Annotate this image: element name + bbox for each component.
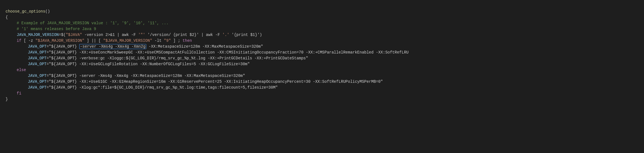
code-line: # Example of JAVA_MAJOR_VERSION value : … — [0, 20, 644, 26]
white-text: =$( — [59, 33, 66, 37]
line-content: # '1' means releases before Java 9 — [6, 26, 96, 32]
var-name-text: JAVA_OPT — [28, 85, 46, 90]
comment-text: # '1' means releases before Java 9 — [17, 27, 96, 31]
white-text: ="${JAVA_OPT} -XX:+UseG1GC -XX:G1HeapReg… — [46, 79, 383, 84]
var-name-text: JAVA_MAJOR_VERSION — [17, 33, 59, 37]
line-content: JAVA_OPT="${JAVA_OPT} -server -Xms4g -Xm… — [6, 44, 263, 50]
white-text: ="${JAVA_OPT} -XX:+UseConcMarkSweepGC -X… — [46, 50, 408, 55]
code-line: fi — [0, 91, 644, 96]
white-text: ] || [ — [85, 38, 103, 43]
white-text: { — [6, 15, 8, 20]
line-content: JAVA_MAJOR_VERSION=$("$JAVA" -version 2>… — [6, 32, 262, 38]
white-text: () — [45, 9, 50, 14]
code-line: JAVA_OPT="${JAVA_OPT} -XX:+UseG1GC -XX:G… — [0, 79, 644, 85]
code-line: JAVA_OPT="${JAVA_OPT} -server -Xms4g -Xm… — [0, 73, 644, 79]
line-content: if [ -z "$JAVA_MAJOR_VERSION" ] || [ "$J… — [6, 38, 192, 44]
code-line: } — [0, 96, 644, 102]
code-line: JAVA_OPT="${JAVA_OPT} -verbose:gc -Xlogg… — [0, 55, 644, 61]
white-text: ="${JAVA_OPT} — [46, 44, 79, 49]
string-text: "$JAVA_MAJOR_VERSION" — [103, 38, 152, 43]
line-content: # Example of JAVA_MAJOR_VERSION value : … — [6, 20, 169, 26]
code-line: JAVA_OPT="${JAVA_OPT} -server -Xms4g -Xm… — [0, 44, 644, 50]
var-name-text: JAVA_OPT — [28, 50, 46, 55]
line-content: JAVA_OPT="${JAVA_OPT} -XX:+UseG1GC -XX:G… — [6, 79, 383, 85]
comment-text: # Example of JAVA_MAJOR_VERSION value : … — [17, 21, 169, 25]
line-content: JAVA_OPT="${JAVA_OPT} -verbose:gc -Xlogg… — [6, 55, 308, 61]
code-line: JAVA_OPT="${JAVA_OPT} -XX:+UseGCLogFileR… — [0, 61, 644, 67]
white-text: -XX:MetaspaceSize=128m -XX:MaxMetaspaceS… — [146, 44, 263, 49]
var-name-text: JAVA_OPT — [28, 44, 46, 49]
line-content: JAVA_OPT="${JAVA_OPT} -server -Xms4g -Xm… — [6, 73, 245, 79]
white-text: '{print $1}') — [229, 33, 262, 37]
line-content: { — [6, 14, 8, 20]
code-line: choose_gc_options() — [0, 9, 644, 14]
code-container: choose_gc_options(){ # Example of JAVA_M… — [0, 0, 644, 105]
white-text: ="${JAVA_OPT} -Xlog:gc*:file=${GC_LOG_DI… — [46, 85, 278, 90]
white-text: ] ; — [171, 38, 183, 43]
white-text: } — [6, 97, 8, 101]
string-text: "$JAVA_MAJOR_VERSION" — [35, 38, 84, 43]
white-text: ="${JAVA_OPT} -server -Xms4g -Xmx4g -XX:… — [46, 74, 245, 78]
line-content: JAVA_OPT="${JAVA_OPT} -XX:+UseGCLogFileR… — [6, 61, 250, 67]
white-text: ="${JAVA_OPT} -verbose:gc -Xloggc:${GC_L… — [46, 56, 308, 60]
code-line: if [ -z "$JAVA_MAJOR_VERSION" ] || [ "$J… — [0, 38, 644, 44]
white-text: -lt — [152, 38, 164, 43]
string-text: "$JAVA" — [66, 33, 82, 37]
code-line: else — [0, 67, 644, 73]
keyword-text: else — [17, 68, 26, 72]
var-name-text: JAVA_OPT — [28, 62, 46, 66]
code-line: JAVA_OPT="${JAVA_OPT} -Xlog:gc*:file=${G… — [0, 85, 644, 91]
keyword-text: then — [183, 38, 192, 43]
code-line: JAVA_MAJOR_VERSION=$("$JAVA" -version 2>… — [0, 32, 644, 38]
var-name-text: JAVA_OPT — [28, 74, 46, 78]
keyword-text: fi — [17, 91, 21, 96]
white-text: '/version/ {print $2}' | awk -F — [145, 33, 222, 37]
func-name-text: choose_gc_options — [6, 9, 45, 14]
line-content: } — [6, 96, 8, 102]
line-content: JAVA_OPT="${JAVA_OPT} -Xlog:gc*:file=${G… — [6, 85, 278, 91]
string-text: "9" — [164, 38, 171, 43]
white-text: ="${JAVA_OPT} -XX:+UseGCLogFileRotation … — [46, 62, 250, 66]
line-content: choose_gc_options() — [6, 9, 50, 14]
string-text: '.' — [222, 33, 229, 37]
code-line: # '1' means releases before Java 9 — [0, 26, 644, 32]
code-line: JAVA_OPT="${JAVA_OPT} -XX:+UseConcMarkSw… — [0, 50, 644, 55]
line-content: fi — [6, 91, 21, 96]
white-text: -version 2>&1 | awk -F — [82, 33, 138, 37]
code-line: { — [0, 14, 644, 20]
line-content: JAVA_OPT="${JAVA_OPT} -XX:+UseConcMarkSw… — [6, 50, 408, 55]
white-text: [ -z — [21, 38, 35, 43]
line-content: else — [6, 67, 26, 73]
string-text: '"' — [138, 33, 145, 37]
keyword-text: if — [17, 38, 21, 43]
var-name-text: JAVA_OPT — [28, 79, 46, 84]
var-name-text: JAVA_OPT — [28, 56, 46, 60]
highlighted-text: -server -Xms4g -Xmx4g -Xmn2g — [79, 44, 146, 49]
